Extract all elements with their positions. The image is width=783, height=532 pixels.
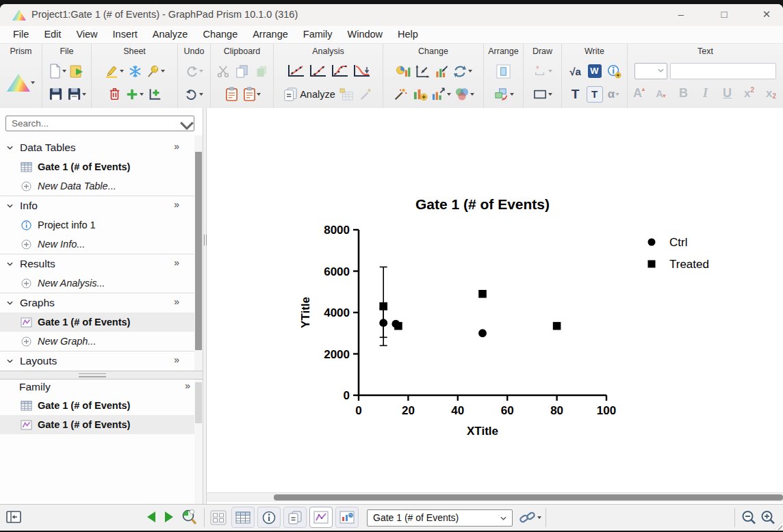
menu-item-insert[interactable]: Insert bbox=[105, 26, 145, 43]
family-item-table[interactable]: Gate 1 (# of Events) bbox=[0, 396, 194, 415]
x-tick-label[interactable]: 20 bbox=[402, 404, 415, 417]
color-scheme-button[interactable] bbox=[454, 85, 474, 103]
new-sheet-plus-button[interactable] bbox=[125, 85, 144, 103]
chevron-down-icon[interactable] bbox=[179, 121, 194, 130]
data-point-square[interactable] bbox=[394, 322, 402, 330]
tab-results[interactable] bbox=[283, 507, 307, 528]
sidebar-scrollbar[interactable] bbox=[194, 135, 203, 371]
close-button[interactable]: ✕ bbox=[752, 4, 782, 26]
wizard-button[interactable] bbox=[357, 85, 374, 103]
prism-graph[interactable]: 02000400060008000020406080100Gate 1 (# o… bbox=[207, 108, 783, 492]
expand-chevrons-icon[interactable]: » bbox=[174, 354, 179, 365]
legend-marker[interactable] bbox=[648, 261, 656, 268]
sidebar-item-gate-1-of-events[interactable]: Gate 1 (# of Events) bbox=[0, 157, 194, 176]
y-tick-label[interactable]: 2000 bbox=[324, 348, 350, 361]
insert-equation-button[interactable]: √a bbox=[567, 62, 584, 81]
menu-item-family[interactable]: Family bbox=[296, 26, 340, 43]
data-point-square[interactable] bbox=[553, 322, 561, 330]
data-point-circle[interactable] bbox=[478, 329, 487, 337]
x-axis-title[interactable]: XTitle bbox=[467, 425, 498, 438]
expand-chevrons-icon[interactable]: » bbox=[185, 380, 190, 391]
tab-info[interactable] bbox=[257, 507, 281, 528]
draw-shape-button[interactable] bbox=[532, 85, 552, 103]
paste-options-button[interactable] bbox=[243, 85, 261, 103]
scrollbar-thumb[interactable] bbox=[274, 494, 783, 501]
interpolate-button[interactable] bbox=[352, 62, 371, 81]
legend-label[interactable]: Treated bbox=[669, 258, 709, 271]
minimize-button[interactable]: – bbox=[666, 4, 696, 26]
back-button[interactable] bbox=[145, 510, 157, 524]
sidebar-item-gate-1-of-events[interactable]: Gate 1 (# of Events) bbox=[0, 312, 194, 332]
insert-text-button[interactable]: T bbox=[567, 85, 584, 103]
menu-item-help[interactable]: Help bbox=[390, 26, 426, 43]
menu-item-analyze[interactable]: Analyze bbox=[145, 26, 196, 43]
change-graph-type-button[interactable] bbox=[395, 62, 411, 81]
data-point-square[interactable] bbox=[478, 290, 487, 298]
sidebar-item-new-analysis[interactable]: New Analysis... bbox=[0, 274, 194, 293]
forward-button[interactable] bbox=[163, 510, 175, 524]
subscript-button[interactable]: x2 bbox=[763, 84, 780, 103]
superscript-button[interactable]: x2 bbox=[741, 84, 758, 103]
graph-title[interactable]: Gate 1 (# of Events) bbox=[415, 196, 550, 212]
add-data-to-graph-button[interactable] bbox=[411, 85, 428, 103]
italic-button[interactable]: I bbox=[697, 84, 714, 103]
maximize-button[interactable]: □ bbox=[709, 4, 739, 26]
window-resize-grip[interactable] bbox=[773, 521, 783, 531]
graph-page[interactable]: 02000400060008000020406080100Gate 1 (# o… bbox=[207, 108, 783, 505]
sidebar-item-new-info[interactable]: New Info... bbox=[0, 235, 194, 254]
paste-button[interactable] bbox=[224, 85, 240, 103]
new-graph-sheet-button[interactable] bbox=[146, 85, 163, 103]
family-item-graph[interactable]: Gate 1 (# of Events) bbox=[0, 415, 194, 434]
undo-button[interactable] bbox=[185, 85, 203, 103]
x-tick-label[interactable]: 100 bbox=[597, 404, 616, 417]
menu-item-file[interactable]: File bbox=[5, 26, 36, 43]
find-button[interactable] bbox=[181, 509, 198, 526]
y-axis-title[interactable]: YTitle bbox=[299, 297, 312, 328]
y-tick-label[interactable]: 4000 bbox=[324, 306, 350, 319]
tab-layouts[interactable] bbox=[335, 507, 359, 528]
linear-regression-button[interactable] bbox=[286, 62, 305, 81]
delete-sheet-button[interactable] bbox=[106, 85, 123, 103]
menu-item-edit[interactable]: Edit bbox=[36, 26, 68, 43]
analyze-button[interactable]: Analyze bbox=[283, 85, 335, 103]
scrollbar-thumb[interactable] bbox=[195, 152, 202, 350]
underline-button[interactable]: U bbox=[719, 84, 736, 103]
sidebar-item-new-graph[interactable]: New Graph... bbox=[0, 332, 194, 351]
greek-letter-button[interactable]: α bbox=[606, 85, 622, 103]
add-info-note-button[interactable] bbox=[606, 62, 622, 81]
y-tick-label[interactable]: 6000 bbox=[324, 265, 350, 278]
save-as-button[interactable] bbox=[67, 85, 86, 103]
cut-button[interactable] bbox=[215, 62, 231, 81]
position-object-button[interactable] bbox=[496, 62, 512, 81]
nonlinear-fit-button[interactable] bbox=[308, 62, 327, 81]
copy-button[interactable] bbox=[234, 62, 251, 81]
pin-sheet-button[interactable] bbox=[146, 62, 165, 81]
section-header-info[interactable]: Info» bbox=[0, 196, 194, 215]
expand-chevrons-icon[interactable]: » bbox=[174, 296, 179, 307]
y-tick-label[interactable]: 8000 bbox=[324, 224, 350, 237]
gallery-view-button[interactable] bbox=[209, 509, 227, 526]
open-project-button[interactable] bbox=[69, 62, 86, 81]
section-header-data-tables[interactable]: Data Tables» bbox=[0, 138, 194, 157]
rotate-graph-button[interactable] bbox=[452, 62, 472, 81]
toggle-navigator-button[interactable] bbox=[5, 510, 22, 524]
zoom-out-button[interactable] bbox=[741, 509, 758, 526]
sidebar-item-project-info-1[interactable]: Project info 1 bbox=[0, 215, 194, 235]
tab-data-tables[interactable] bbox=[231, 507, 255, 528]
resize-graph-button[interactable] bbox=[431, 85, 451, 103]
x-tick-label[interactable]: 80 bbox=[550, 404, 563, 417]
send-to-word-button[interactable]: W bbox=[587, 62, 603, 81]
expand-chevrons-icon[interactable]: » bbox=[174, 199, 179, 210]
axes[interactable] bbox=[359, 230, 606, 395]
sidebar-item-new-data-table[interactable]: New Data Table... bbox=[0, 176, 194, 196]
change-data-arrangement-button[interactable] bbox=[433, 62, 450, 81]
linked-sheets-button[interactable] bbox=[519, 510, 541, 525]
sigmoid-fit-button[interactable] bbox=[330, 62, 349, 81]
bold-button[interactable]: B bbox=[676, 84, 692, 103]
duplicate-table-button[interactable] bbox=[338, 85, 355, 103]
legend-label[interactable]: Ctrl bbox=[669, 236, 687, 249]
save-button[interactable] bbox=[48, 85, 64, 103]
expand-chevrons-icon[interactable]: » bbox=[174, 257, 179, 268]
search-input[interactable] bbox=[5, 116, 194, 131]
section-header-graphs[interactable]: Graphs» bbox=[0, 293, 194, 312]
